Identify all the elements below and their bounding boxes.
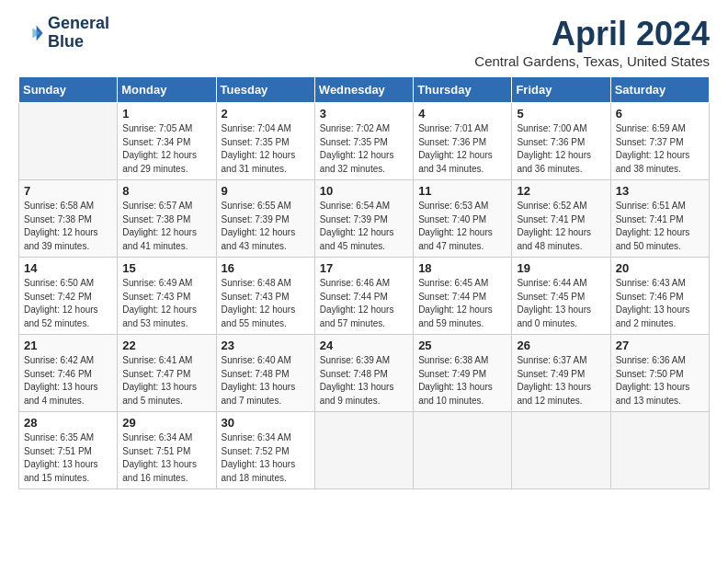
calendar-cell: 11 Sunrise: 6:53 AM Sunset: 7:40 PM Dayl… <box>414 180 512 258</box>
day-info: Sunrise: 7:00 AM Sunset: 7:36 PM Dayligh… <box>517 122 605 176</box>
day-info: Sunrise: 6:51 AM Sunset: 7:41 PM Dayligh… <box>616 200 704 253</box>
calendar-cell: 9 Sunrise: 6:55 AM Sunset: 7:39 PM Dayli… <box>216 180 314 258</box>
calendar-cell: 18 Sunrise: 6:45 AM Sunset: 7:44 PM Dayl… <box>414 258 512 335</box>
calendar-cell <box>314 412 413 489</box>
month-title: April 2024 <box>474 15 710 53</box>
calendar-cell: 8 Sunrise: 6:57 AM Sunset: 7:38 PM Dayli… <box>118 180 216 258</box>
day-number: 13 <box>616 184 704 198</box>
day-number: 29 <box>122 416 210 430</box>
day-number: 2 <box>222 107 310 121</box>
day-number: 30 <box>222 416 310 430</box>
day-info: Sunrise: 6:50 AM Sunset: 7:42 PM Dayligh… <box>24 277 112 330</box>
week-row-4: 21 Sunrise: 6:42 AM Sunset: 7:46 PM Dayl… <box>19 335 710 412</box>
day-number: 21 <box>24 339 112 352</box>
header-thursday: Thursday <box>414 77 512 103</box>
calendar-cell: 2 Sunrise: 7:04 AM Sunset: 7:35 PM Dayli… <box>216 103 314 180</box>
week-row-5: 28 Sunrise: 6:35 AM Sunset: 7:51 PM Dayl… <box>19 412 710 489</box>
day-info: Sunrise: 6:59 AM Sunset: 7:37 PM Dayligh… <box>616 122 704 176</box>
day-info: Sunrise: 6:34 AM Sunset: 7:51 PM Dayligh… <box>122 431 210 485</box>
day-number: 12 <box>517 184 605 198</box>
day-number: 22 <box>122 339 210 352</box>
day-number: 11 <box>418 184 506 198</box>
day-number: 19 <box>517 261 605 275</box>
week-row-2: 7 Sunrise: 6:58 AM Sunset: 7:38 PM Dayli… <box>19 180 710 258</box>
day-number: 28 <box>24 416 112 430</box>
day-info: Sunrise: 6:54 AM Sunset: 7:39 PM Dayligh… <box>320 200 408 253</box>
calendar-cell: 21 Sunrise: 6:42 AM Sunset: 7:46 PM Dayl… <box>19 335 118 412</box>
day-number: 7 <box>24 184 112 198</box>
day-number: 24 <box>320 339 408 352</box>
calendar-cell: 10 Sunrise: 6:54 AM Sunset: 7:39 PM Dayl… <box>314 180 413 258</box>
calendar-header-row: Sunday Monday Tuesday Wednesday Thursday… <box>19 77 710 103</box>
day-info: Sunrise: 6:34 AM Sunset: 7:52 PM Dayligh… <box>222 431 310 485</box>
day-info: Sunrise: 6:35 AM Sunset: 7:51 PM Dayligh… <box>24 431 112 485</box>
day-info: Sunrise: 6:55 AM Sunset: 7:39 PM Dayligh… <box>222 200 310 253</box>
page-header: General Blue April 2024 Central Gardens,… <box>18 15 710 69</box>
header-wednesday: Wednesday <box>314 77 413 103</box>
calendar-cell: 17 Sunrise: 6:46 AM Sunset: 7:44 PM Dayl… <box>314 258 413 335</box>
calendar-cell: 3 Sunrise: 7:02 AM Sunset: 7:35 PM Dayli… <box>314 103 413 180</box>
day-number: 9 <box>222 184 310 198</box>
day-number: 16 <box>222 261 310 275</box>
header-tuesday: Tuesday <box>216 77 314 103</box>
day-info: Sunrise: 6:41 AM Sunset: 7:47 PM Dayligh… <box>122 354 210 408</box>
calendar-cell: 4 Sunrise: 7:01 AM Sunset: 7:36 PM Dayli… <box>414 103 512 180</box>
calendar-cell: 25 Sunrise: 6:38 AM Sunset: 7:49 PM Dayl… <box>414 335 512 412</box>
calendar-cell: 14 Sunrise: 6:50 AM Sunset: 7:42 PM Dayl… <box>19 258 118 335</box>
week-row-1: 1 Sunrise: 7:05 AM Sunset: 7:34 PM Dayli… <box>19 103 710 180</box>
day-info: Sunrise: 7:04 AM Sunset: 7:35 PM Dayligh… <box>222 122 310 176</box>
day-number: 17 <box>320 261 408 275</box>
day-number: 27 <box>616 339 704 352</box>
calendar-cell: 24 Sunrise: 6:39 AM Sunset: 7:48 PM Dayl… <box>314 335 413 412</box>
calendar-cell <box>19 103 118 180</box>
day-number: 6 <box>616 107 704 121</box>
logo-text: General Blue <box>48 15 109 52</box>
day-number: 4 <box>418 107 506 121</box>
calendar-cell <box>610 412 709 489</box>
calendar-cell: 23 Sunrise: 6:40 AM Sunset: 7:48 PM Dayl… <box>216 335 314 412</box>
calendar-table: Sunday Monday Tuesday Wednesday Thursday… <box>18 76 710 489</box>
day-number: 18 <box>418 261 506 275</box>
day-number: 1 <box>122 107 210 121</box>
calendar-cell <box>512 412 610 489</box>
calendar-cell: 15 Sunrise: 6:49 AM Sunset: 7:43 PM Dayl… <box>118 258 216 335</box>
day-info: Sunrise: 6:53 AM Sunset: 7:40 PM Dayligh… <box>418 200 506 253</box>
title-section: April 2024 Central Gardens, Texas, Unite… <box>474 15 710 69</box>
day-info: Sunrise: 6:57 AM Sunset: 7:38 PM Dayligh… <box>122 200 210 253</box>
header-sunday: Sunday <box>19 77 118 103</box>
calendar-cell: 29 Sunrise: 6:34 AM Sunset: 7:51 PM Dayl… <box>118 412 216 489</box>
day-info: Sunrise: 7:01 AM Sunset: 7:36 PM Dayligh… <box>418 122 506 176</box>
day-number: 23 <box>222 339 310 352</box>
calendar-cell: 7 Sunrise: 6:58 AM Sunset: 7:38 PM Dayli… <box>19 180 118 258</box>
day-info: Sunrise: 6:46 AM Sunset: 7:44 PM Dayligh… <box>320 277 408 330</box>
calendar-cell: 20 Sunrise: 6:43 AM Sunset: 7:46 PM Dayl… <box>610 258 709 335</box>
calendar-cell: 28 Sunrise: 6:35 AM Sunset: 7:51 PM Dayl… <box>19 412 118 489</box>
day-info: Sunrise: 6:49 AM Sunset: 7:43 PM Dayligh… <box>122 277 210 330</box>
calendar-cell: 27 Sunrise: 6:36 AM Sunset: 7:50 PM Dayl… <box>610 335 709 412</box>
calendar-cell: 1 Sunrise: 7:05 AM Sunset: 7:34 PM Dayli… <box>118 103 216 180</box>
location-title: Central Gardens, Texas, United States <box>474 53 710 69</box>
day-number: 10 <box>320 184 408 198</box>
calendar-cell: 30 Sunrise: 6:34 AM Sunset: 7:52 PM Dayl… <box>216 412 314 489</box>
header-saturday: Saturday <box>610 77 709 103</box>
calendar-cell: 26 Sunrise: 6:37 AM Sunset: 7:49 PM Dayl… <box>512 335 610 412</box>
day-number: 14 <box>24 261 112 275</box>
day-number: 20 <box>616 261 704 275</box>
day-number: 8 <box>122 184 210 198</box>
day-number: 5 <box>517 107 605 121</box>
day-info: Sunrise: 6:38 AM Sunset: 7:49 PM Dayligh… <box>418 354 506 408</box>
day-number: 26 <box>517 339 605 352</box>
calendar-cell: 6 Sunrise: 6:59 AM Sunset: 7:37 PM Dayli… <box>610 103 709 180</box>
day-info: Sunrise: 6:52 AM Sunset: 7:41 PM Dayligh… <box>517 200 605 253</box>
day-info: Sunrise: 6:36 AM Sunset: 7:50 PM Dayligh… <box>616 354 704 408</box>
day-number: 25 <box>418 339 506 352</box>
calendar-cell: 16 Sunrise: 6:48 AM Sunset: 7:43 PM Dayl… <box>216 258 314 335</box>
day-number: 15 <box>122 261 210 275</box>
calendar-cell: 12 Sunrise: 6:52 AM Sunset: 7:41 PM Dayl… <box>512 180 610 258</box>
calendar-cell <box>414 412 512 489</box>
day-info: Sunrise: 7:05 AM Sunset: 7:34 PM Dayligh… <box>122 122 210 176</box>
calendar-cell: 22 Sunrise: 6:41 AM Sunset: 7:47 PM Dayl… <box>118 335 216 412</box>
logo-icon <box>18 20 44 46</box>
day-info: Sunrise: 6:58 AM Sunset: 7:38 PM Dayligh… <box>24 200 112 253</box>
day-info: Sunrise: 7:02 AM Sunset: 7:35 PM Dayligh… <box>320 122 408 176</box>
